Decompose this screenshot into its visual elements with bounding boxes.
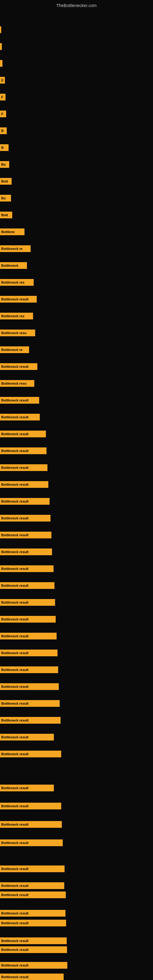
bar-label: Bo <box>1 196 6 200</box>
bar-item: Bott <box>0 212 12 218</box>
bar-label: Bottleneck result <box>1 298 29 301</box>
bar-label: Bottleneck result <box>1 617 29 621</box>
bar-label: Bottleneck result <box>1 685 29 689</box>
bar-label: F <box>1 112 3 116</box>
bar-item: Bottleneck result <box>0 751 61 757</box>
bar-item: Bottleneck result <box>0 937 67 944</box>
bar-label: Bottleneck result <box>1 449 29 453</box>
bar-item: Bottleneck result <box>0 840 63 846</box>
bar-label: Bottleneck result <box>1 500 29 503</box>
bar-label: Bottleneck result <box>1 719 29 722</box>
bar-item: Bottleneck result <box>0 920 66 926</box>
bar-label: Bottleneck result <box>1 752 29 756</box>
bar-item: F <box>0 111 6 117</box>
bar-label: Bottleneck result <box>1 466 29 469</box>
bar-label: Bottleneck result <box>1 365 29 368</box>
bar-item: Bo <box>0 195 11 202</box>
bar-item: Bottleneck result <box>0 515 51 522</box>
bar-item: Bottleneck result <box>0 821 62 828</box>
bar-item: Bottleneck result <box>0 910 65 916</box>
bar-item: Bottleneck resu <box>0 380 34 387</box>
bar-label: Bottleneck result <box>1 634 29 638</box>
bar-label: Bottleneck result <box>1 533 29 537</box>
bar-item: Bottleneck result <box>0 700 60 707</box>
bar-label: Bottleneck result <box>1 921 29 925</box>
bar-label: Bottleneck result <box>1 822 29 826</box>
bar-item: Bottleneck result <box>0 946 67 953</box>
bar-item: Bottleneck result <box>0 599 55 606</box>
bar-item: Bottlene <box>0 229 24 235</box>
bar-label: Bottleneck result <box>1 432 29 436</box>
bar-label: Bottleneck result <box>1 702 29 705</box>
bar-label: Bottleneck re <box>1 348 22 352</box>
bar-label: B <box>1 146 4 150</box>
bar-item: Bottleneck result <box>0 498 49 505</box>
bar-label: Bottleneck re <box>1 247 22 250</box>
bar-item: B <box>0 144 9 151</box>
bar-label: Bo <box>1 162 6 166</box>
bar-item: Bottleneck result <box>0 974 64 980</box>
bar-item: E <box>0 77 5 84</box>
bar-label: Bottleneck result <box>1 550 29 554</box>
bar-item: Bottleneck result <box>0 649 57 656</box>
bar-label: Bottleneck result <box>1 841 29 845</box>
bar-item: Bottleneck result <box>0 784 54 791</box>
bar-item: Bottleneck result <box>0 363 37 370</box>
bar-label: Bottleneck res <box>1 314 24 318</box>
bar-item: Bottleneck result <box>0 565 54 572</box>
bar-item: Bottleneck result <box>0 667 58 673</box>
bar-item: Bottleneck result <box>0 296 37 302</box>
bar-label: Bott <box>1 180 8 183</box>
bar-item: Bottleneck result <box>0 865 65 872</box>
site-title: TheBottlenecker.com <box>56 3 97 8</box>
bar-item: Bottleneck result <box>0 891 66 898</box>
bar-label: Bottleneck result <box>1 398 29 402</box>
bar-item: B <box>0 127 7 134</box>
bar-label: Bott <box>1 213 8 217</box>
bar-item: Bottleneck result <box>0 633 57 640</box>
bar-label: Bottleneck result <box>1 867 29 871</box>
bar-label: Bottleneck result <box>1 948 29 951</box>
bar-item: Bottleneck result <box>0 431 46 438</box>
bar-item: Bottleneck result <box>0 962 67 969</box>
bar-item: Bottleneck result <box>0 582 54 589</box>
bar-item: Bottleneck result <box>0 531 51 538</box>
bar-item: Bottleneck result <box>0 734 54 740</box>
bar-label: Bottleneck result <box>1 939 29 943</box>
bar-label: Bottleneck result <box>1 415 29 419</box>
bar-item: Bottleneck result <box>0 481 48 488</box>
bar-item: Bottleneck <box>0 262 27 269</box>
bar-label: Bottleneck result <box>1 912 29 915</box>
bar-label: Bottleneck resu <box>1 331 27 335</box>
bar-label: Bottlene <box>1 230 15 234</box>
bar-label: Bottleneck result <box>1 893 29 897</box>
bar-item: Bo <box>0 161 9 168</box>
bar-label: Bottleneck result <box>1 786 29 790</box>
bar-label: Bottleneck res <box>1 280 24 284</box>
bar-item: Bottleneck result <box>0 414 40 420</box>
bar-item: Bottleneck result <box>0 549 52 555</box>
chart-area: EFFBBBoBottBoBottBottleneBottleneck reBo… <box>0 10 153 974</box>
bar-item: Bottleneck re <box>0 245 30 252</box>
bar-item: Bottleneck res <box>0 279 33 286</box>
bar-label: F <box>1 95 3 99</box>
bar-label: Bottleneck result <box>1 668 29 671</box>
bar-label: Bottleneck <box>1 264 18 267</box>
bar-label: Bottleneck resu <box>1 382 27 385</box>
bar-item: Bottleneck res <box>0 313 33 320</box>
bar-item: Bottleneck result <box>0 803 61 810</box>
bar-label: Bottleneck result <box>1 483 29 486</box>
bar-item: Bottleneck result <box>0 397 39 404</box>
bar-item: Bott <box>0 178 12 185</box>
bar-item <box>0 60 2 67</box>
bar-item: Bottleneck result <box>0 717 61 724</box>
bar-item: Bottleneck result <box>0 683 59 690</box>
bar-item: Bottleneck result <box>0 616 56 623</box>
bar-label: Bottleneck result <box>1 804 29 808</box>
bar-label: Bottleneck result <box>1 964 29 967</box>
bar-label: Bottleneck result <box>1 735 29 739</box>
bar-label: Bottleneck result <box>1 567 29 571</box>
bar-label: B <box>1 129 4 133</box>
site-header: TheBottlenecker.com <box>0 0 153 10</box>
bar-item: Bottleneck re <box>0 346 29 353</box>
